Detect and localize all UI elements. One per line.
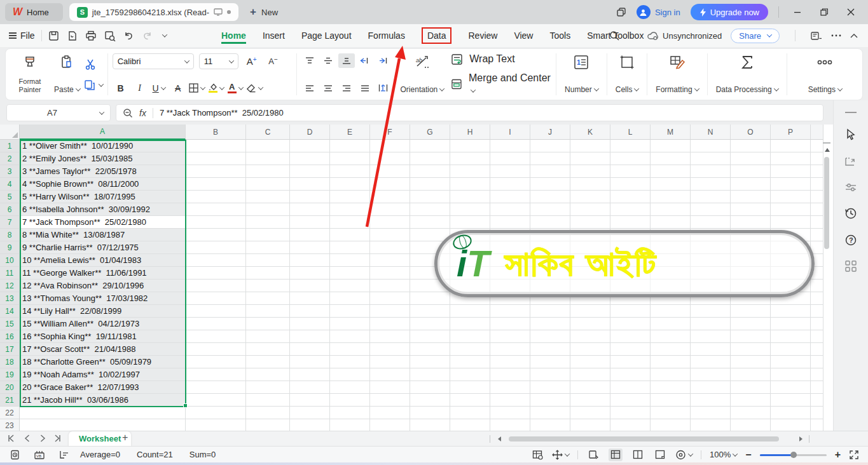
cell-P14[interactable] <box>771 305 811 318</box>
cell-O14[interactable] <box>731 305 771 318</box>
cell-O15[interactable] <box>731 318 771 330</box>
zoom-in-button[interactable]: + <box>835 449 841 461</box>
cell-F17[interactable] <box>370 343 410 356</box>
cell-K2[interactable] <box>570 152 610 165</box>
cell-P17[interactable] <box>771 343 811 356</box>
cell-C10[interactable] <box>246 254 290 267</box>
cell-I7[interactable] <box>490 216 530 229</box>
cell-H7[interactable] <box>450 216 490 229</box>
cell-F1[interactable] <box>370 140 410 152</box>
cell-C19[interactable] <box>246 368 290 381</box>
cell-E6[interactable] <box>330 203 370 216</box>
col-header-B[interactable]: B <box>186 125 246 140</box>
cell-G16[interactable] <box>410 330 450 343</box>
cell-J22[interactable] <box>530 407 570 419</box>
cell-I16[interactable] <box>490 330 530 343</box>
cell-E22[interactable] <box>330 407 370 419</box>
cell-G14[interactable] <box>410 305 450 318</box>
cell-C23[interactable] <box>246 419 290 431</box>
cell-A12[interactable]: 12 **Ava Robinson** 29/10/1996 <box>20 280 186 292</box>
fill-color-button[interactable] <box>208 81 224 95</box>
align-middle-button[interactable] <box>320 53 336 68</box>
quick-toolbar-chevron-icon[interactable] <box>162 32 167 37</box>
menu-formulas[interactable]: Formulas <box>368 27 405 44</box>
cell-M4[interactable] <box>651 178 691 191</box>
cell-F9[interactable] <box>370 241 410 254</box>
cell-L2[interactable] <box>610 152 651 165</box>
cell-C18[interactable] <box>246 356 290 368</box>
cell-L17[interactable] <box>610 343 651 356</box>
row-header-23[interactable]: 23 <box>0 419 20 431</box>
row-header-18[interactable]: 18 <box>0 356 20 368</box>
col-header-O[interactable]: O <box>731 125 771 140</box>
help-icon[interactable]: ? <box>844 234 857 246</box>
col-header-C[interactable]: C <box>246 125 290 140</box>
vertical-scrollbar[interactable] <box>824 157 829 249</box>
cell-L21[interactable] <box>610 394 651 407</box>
cell-N1[interactable] <box>691 140 731 152</box>
increase-font-button[interactable]: A+ <box>244 54 260 69</box>
col-header-A[interactable]: A <box>20 125 186 140</box>
settings-button[interactable]: Settings <box>792 52 858 97</box>
sync-status[interactable]: Unsynchronized <box>647 31 722 41</box>
cell-D20[interactable] <box>290 381 330 394</box>
cell-B11[interactable] <box>186 267 246 280</box>
cell-M22[interactable] <box>651 407 691 419</box>
row-header-11[interactable]: 11 <box>0 267 20 280</box>
cell-M23[interactable] <box>651 419 691 431</box>
cell-B7[interactable] <box>186 216 246 229</box>
paste-button[interactable]: Paste <box>50 52 84 97</box>
cell-M21[interactable] <box>651 394 691 407</box>
cell-M19[interactable] <box>651 368 691 381</box>
reading-focus-icon[interactable] <box>675 450 686 460</box>
zoom-slider-thumb[interactable] <box>790 452 797 458</box>
outline-view-icon[interactable] <box>59 450 70 459</box>
scroll-right-arrow[interactable] <box>799 436 803 441</box>
cell-L22[interactable] <box>610 407 651 419</box>
collapse-ribbon-icon[interactable] <box>850 33 858 38</box>
cell-B21[interactable] <box>186 394 246 407</box>
cell-C8[interactable] <box>246 229 290 241</box>
cell-F5[interactable] <box>370 191 410 203</box>
cell-B5[interactable] <box>186 191 246 203</box>
cell-P23[interactable] <box>771 419 811 431</box>
cell-H16[interactable] <box>450 330 490 343</box>
cell-A1[interactable]: 1 **Oliver Smith** 10/01/1990 <box>20 140 186 152</box>
cell-D21[interactable] <box>290 394 330 407</box>
cell-E3[interactable] <box>330 165 370 178</box>
normal-view-button[interactable] <box>586 448 600 461</box>
cell-M14[interactable] <box>651 305 691 318</box>
cell-F21[interactable] <box>370 394 410 407</box>
cell-C22[interactable] <box>246 407 290 419</box>
cell-F6[interactable] <box>370 203 410 216</box>
cell-E13[interactable] <box>330 292 370 305</box>
split-view-button[interactable] <box>631 448 645 461</box>
cell-B15[interactable] <box>186 318 246 330</box>
cell-O4[interactable] <box>731 178 771 191</box>
cell-M2[interactable] <box>651 152 691 165</box>
cell-N4[interactable] <box>691 178 731 191</box>
col-header-J[interactable]: J <box>530 125 570 140</box>
cell-D6[interactable] <box>290 203 330 216</box>
cell-F10[interactable] <box>370 254 410 267</box>
cell-O20[interactable] <box>731 381 771 394</box>
fx-icon[interactable]: fx <box>139 108 146 118</box>
data-processing-button[interactable]: Data Processing <box>712 52 782 97</box>
cell-I22[interactable] <box>490 407 530 419</box>
cell-A2[interactable]: 2 **Emily Jones** 15/03/1985 <box>20 152 186 165</box>
cell-F12[interactable] <box>370 280 410 292</box>
undo-icon[interactable] <box>123 30 134 41</box>
cell-B9[interactable] <box>186 241 246 254</box>
export-pdf-icon[interactable] <box>67 30 78 41</box>
cell-A15[interactable]: 15 **William Allen** 04/12/1973 <box>20 318 186 330</box>
more-options-icon[interactable] <box>831 34 841 37</box>
orientation-button[interactable]: ab Orientation <box>397 52 448 97</box>
cell-F7[interactable] <box>370 216 410 229</box>
cell-A17[interactable]: 17 **Oscar Scott** 21/04/1988 <box>20 343 186 356</box>
cell-D9[interactable] <box>290 241 330 254</box>
cell-J2[interactable] <box>530 152 570 165</box>
cell-B6[interactable] <box>186 203 246 216</box>
cell-K7[interactable] <box>570 216 610 229</box>
cell-M18[interactable] <box>651 356 691 368</box>
row-header-12[interactable]: 12 <box>0 280 20 292</box>
